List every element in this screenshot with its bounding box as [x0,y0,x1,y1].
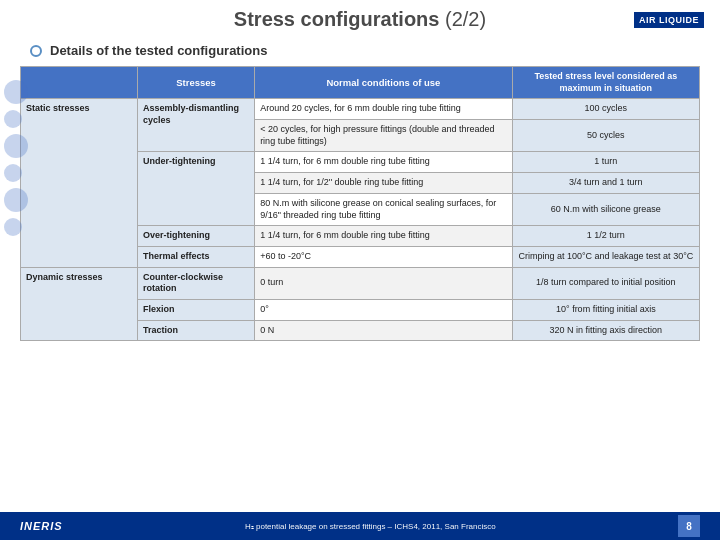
table-row: Dynamic stresses Counter-clockwise rotat… [21,267,700,299]
normal-cell-10: 0 N [255,320,513,341]
tested-cell-7: Crimping at 100°C and leakage test at 30… [512,246,699,267]
deco-circle-3 [4,134,28,158]
footer-citation: H₂ potential leakage on stressed fitting… [73,522,668,531]
tested-cell-5: 60 N.m with silicone grease [512,193,699,225]
deco-circle-4 [4,164,22,182]
normal-cell-6: 1 1/4 turn, for 6 mm double ring tube fi… [255,226,513,247]
section-bullet [30,45,42,57]
tested-cell-9: 10° from fitting initial axis [512,299,699,320]
section-title-row: Details of the tested configurations [0,39,720,64]
tested-cell-4: 3/4 turn and 1 turn [512,173,699,194]
normal-cell-2: < 20 cycles, for high pressure fittings … [255,120,513,152]
col-header-stresses [21,67,138,99]
col-header-tested: Tested stress level considered as maximu… [512,67,699,99]
traction-cell: Traction [138,320,255,341]
stress-table: Stresses Normal conditions of use Tested… [20,66,700,341]
under-tightening-cell: Under-tightening [138,152,255,226]
page-footer: INERIS H₂ potential leakage on stressed … [0,512,720,540]
footer-page-number: 8 [678,515,700,537]
footer-logo: INERIS [20,520,63,532]
normal-cell-1: Around 20 cycles, for 6 mm double ring t… [255,99,513,120]
flexion-cell: Flexion [138,299,255,320]
static-stresses-cell: Static stresses [21,99,138,267]
tested-cell-1: 100 cycles [512,99,699,120]
counter-clockwise-cell: Counter-clockwise rotation [138,267,255,299]
dynamic-stresses-cell: Dynamic stresses [21,267,138,341]
normal-cell-4: 1 1/4 turn, for 1/2'' double ring tube f… [255,173,513,194]
normal-cell-8: 0 turn [255,267,513,299]
tested-cell-2: 50 cycles [512,120,699,152]
assembly-dismantling-cell: Assembly-dismantling cycles [138,99,255,152]
thermal-effects-cell: Thermal effects [138,246,255,267]
tested-cell-10: 320 N in fitting axis direction [512,320,699,341]
logo-area: AIR LIQUIDE [634,12,704,28]
col-header-stresses2: Stresses [138,67,255,99]
deco-circle-6 [4,218,22,236]
air-liquide-logo: AIR LIQUIDE [634,12,704,28]
col-header-normal: Normal conditions of use [255,67,513,99]
over-tightening-cell: Over-tightening [138,226,255,247]
deco-circle-1 [4,80,28,104]
tested-cell-8: 1/8 turn compared to initial position [512,267,699,299]
page-title: Stress configurations (2/2) [234,8,486,31]
table-header-row: Stresses Normal conditions of use Tested… [21,67,700,99]
deco-circle-2 [4,110,22,128]
table-row: Static stresses Assembly-dismantling cyc… [21,99,700,120]
deco-circle-5 [4,188,28,212]
normal-cell-9: 0° [255,299,513,320]
decorative-circles [0,80,30,380]
normal-cell-5: 80 N.m with silicone grease on conical s… [255,193,513,225]
normal-cell-7: +60 to -20°C [255,246,513,267]
normal-cell-3: 1 1/4 turn, for 6 mm double ring tube fi… [255,152,513,173]
tested-cell-6: 1 1/2 turn [512,226,699,247]
tested-cell-3: 1 turn [512,152,699,173]
table-wrapper: Stresses Normal conditions of use Tested… [0,64,720,345]
page-header: Stress configurations (2/2) AIR LIQUIDE [0,0,720,39]
section-title-text: Details of the tested configurations [50,43,267,58]
